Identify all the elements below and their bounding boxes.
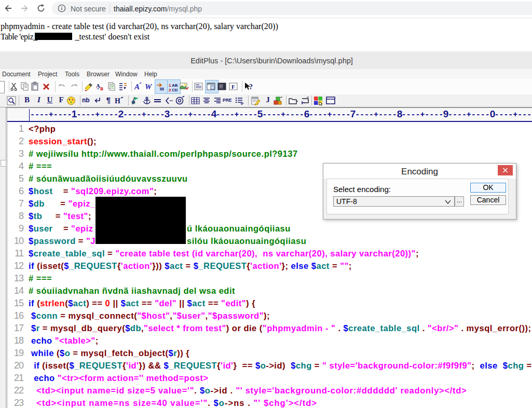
svg-text:W: W	[145, 83, 153, 91]
svg-text:F: F	[231, 84, 235, 90]
svg-text:A: A	[96, 83, 100, 89]
svg-text:CD: CD	[172, 88, 178, 92]
svg-text:?: ?	[249, 83, 253, 91]
svg-text:2: 2	[169, 88, 171, 92]
svg-text:AB: AB	[172, 83, 178, 88]
svg-text:1: 1	[169, 83, 171, 88]
svg-text:A: A	[134, 83, 140, 91]
svg-text:H: H	[115, 97, 120, 105]
svg-text:B: B	[100, 86, 103, 91]
